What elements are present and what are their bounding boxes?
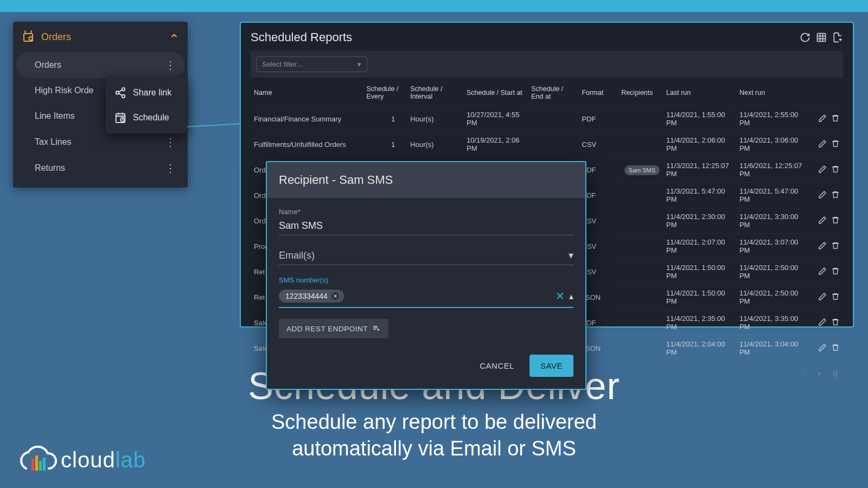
edit-icon[interactable] [818,292,827,303]
more-icon[interactable]: ⋮ [165,137,176,147]
grid-view-icon[interactable] [816,32,827,43]
schedule-icon [114,112,126,124]
col-last[interactable]: Last run [663,80,736,106]
col-recipients[interactable]: Recipients [618,80,663,106]
chevron-up-icon[interactable]: ▴ [569,291,573,301]
cell-every: 1 [363,132,407,157]
svg-point-2 [122,88,125,91]
logo-lab: lab [116,448,146,472]
col-name[interactable]: Name [251,80,363,106]
context-schedule[interactable]: Schedule [106,105,187,130]
filter-placeholder: Select filter... [262,60,302,68]
cell-recipients [618,285,663,310]
sidebar-item-label: High Risk Orde [35,86,93,95]
cell-end [528,132,578,157]
cloudlab-logo: cloudlab [15,445,146,475]
edit-icon[interactable] [818,190,827,201]
col-end[interactable]: Schedule / End at [528,80,578,106]
delete-icon[interactable] [831,165,840,175]
cell-last: 11/4/2021, 2:35:00 PM [663,310,736,336]
cell-format: CSV [579,132,618,157]
emails-select[interactable]: Email(s) ▾ [279,246,573,265]
svg-rect-11 [31,459,34,471]
cell-name: Fulfillments/Unfulfilled Orders [251,132,363,157]
sms-input[interactable]: 1223334444 ✕ ▴ [279,287,573,308]
context-menu: Share link Schedule [106,77,187,133]
edit-icon[interactable] [818,241,827,252]
name-label: Name* [279,208,573,216]
delete-icon[interactable] [831,292,840,303]
cell-recipients [618,106,663,132]
sidebar-item-orders[interactable]: Orders ⋮ [16,52,184,78]
sms-label: SMS number(s) [279,276,573,284]
orders-icon [22,29,35,44]
refresh-icon[interactable] [800,32,810,43]
filter-select[interactable]: Select filter... ▾ [256,56,367,72]
cell-next: 11/4/2021, 3:07:00 PM [736,234,809,259]
delete-icon[interactable] [831,343,840,354]
cell-every: 1 [363,106,407,132]
clear-icon[interactable]: ✕ [556,290,565,303]
col-interval[interactable]: Schedule / Interval [407,80,463,106]
modal-title: Recipient - Sam SMS [267,162,585,198]
svg-rect-9 [818,34,826,42]
more-icon[interactable]: ⋮ [165,163,176,174]
cell-next: 11/4/2021, 3:30:00 PM [736,208,809,234]
top-accent-bar [0,0,868,12]
save-button[interactable]: SAVE [529,355,573,377]
delete-icon[interactable] [831,216,840,226]
delete-icon[interactable] [831,241,840,252]
cell-recipients [618,336,663,361]
side-panel-header[interactable]: Orders [13,22,188,52]
sms-number: 1223334444 [285,292,328,300]
cell-next: 11/6/2021, 12:25:07 PM [736,157,809,183]
context-item-label: Share link [133,88,171,98]
cell-next: 11/4/2021, 3:04:00 PM [736,336,809,361]
edit-icon[interactable] [818,114,827,124]
remove-chip-icon[interactable] [331,292,340,300]
edit-icon[interactable] [818,267,827,277]
cell-last: 11/4/2021, 2:06:00 PM [663,132,736,157]
edit-icon[interactable] [818,216,827,226]
context-share-link[interactable]: Share link [106,80,187,105]
edit-icon[interactable] [818,318,827,328]
cell-next: 11/4/2021, 2:50:00 PM [736,259,809,285]
more-icon[interactable]: ⋮ [165,60,176,70]
cancel-button[interactable]: CANCEL [469,355,525,377]
add-rest-endpoint-button[interactable]: ADD REST ENDPOINT [279,319,388,338]
cloud-icon [15,445,59,475]
cell-start: 10/27/2021, 4:55 PM [463,106,528,132]
cell-next: 11/4/2021, 3:35:00 PM [736,310,809,336]
name-input[interactable] [279,218,573,235]
chevron-down-icon: ▾ [358,60,361,68]
cell-recipients [618,132,663,157]
delete-icon[interactable] [831,139,840,150]
cell-next: 11/4/2021, 2:50:00 PM [736,285,809,310]
col-format[interactable]: Format [579,80,618,106]
svg-rect-13 [39,461,42,471]
cell-recipients [618,208,663,234]
col-start[interactable]: Schedule / Start at [463,80,528,106]
col-every[interactable]: Schedule / Every [363,80,407,106]
sidebar-item-label: Line Items [35,111,75,121]
cell-last: 11/4/2021, 1:50:00 PM [663,285,736,310]
edit-icon[interactable] [818,165,827,175]
delete-icon[interactable] [831,190,840,201]
edit-icon[interactable] [818,343,827,354]
table-row[interactable]: Fulfillments/Unfulfilled Orders1Hour(s)1… [251,132,843,157]
add-report-icon[interactable] [832,32,843,43]
hero-sub2: automatically via Email or SMS [292,437,576,460]
delete-icon[interactable] [831,318,840,328]
svg-point-4 [122,95,125,98]
col-next[interactable]: Next run [736,80,809,106]
sidebar-item-label: Returns [35,163,65,173]
svg-rect-12 [35,455,38,471]
sidebar-item-returns[interactable]: Returns ⋮ [13,155,188,181]
chevron-up-icon[interactable] [169,31,179,43]
chevron-down-icon: ▾ [569,249,573,261]
delete-icon[interactable] [831,114,840,124]
edit-icon[interactable] [818,139,827,150]
table-row[interactable]: Financial/Finance Summary1Hour(s)10/27/2… [251,106,843,132]
cell-last: 11/4/2021, 2:30:00 PM [663,208,736,234]
delete-icon[interactable] [831,267,840,277]
